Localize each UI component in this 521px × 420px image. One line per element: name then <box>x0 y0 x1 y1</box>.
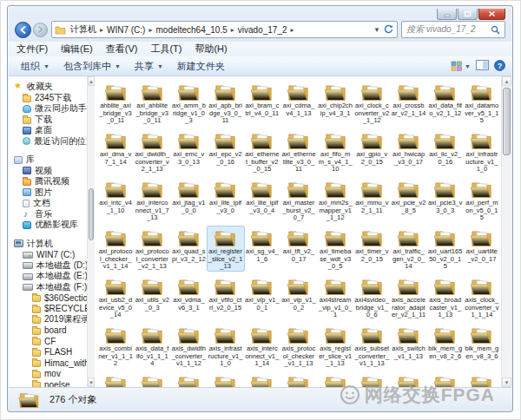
folder-item[interactable]: blk_mem_gen_v8_2_6 <box>427 324 464 360</box>
sidebar-item[interactable]: 本地磁盘 (F:) <box>12 282 87 293</box>
folder-item[interactable]: axi_cdma_v4_1_13 <box>280 81 317 117</box>
folder-item[interactable]: axi4svideo_bridge_v1_0_6 <box>353 275 390 319</box>
breadcrumb-separator-icon[interactable]: ▸ <box>290 26 295 34</box>
include-in-library-button[interactable]: 包含到库中 ▼ <box>57 58 127 75</box>
folder-item[interactable]: axis_combiner_v1_1_12 <box>97 324 134 368</box>
folder-item[interactable]: axi_vip_v1_0_2 <box>280 275 317 312</box>
folder-item[interactable]: axi_chip2chip_v4_3_1 <box>317 81 353 117</box>
folder-item[interactable]: axi_pcie3_v3_0_3 <box>427 178 464 214</box>
folder-item[interactable]: axis_infrastructure_v1_1_0 <box>208 324 244 368</box>
organize-button[interactable]: 组织 ▼ <box>15 58 56 75</box>
folder-item[interactable]: axi_vip_v1_0_1 <box>244 275 280 312</box>
sidebar-item[interactable]: board <box>12 325 87 337</box>
help-button[interactable]: ? <box>494 60 505 73</box>
search-icon[interactable] <box>491 25 500 35</box>
folder-item[interactable]: axi_ethernet_buffer_v2_0_15 <box>244 129 280 174</box>
folder-item[interactable]: axi_apb_bridge_v3_0_11 <box>208 81 244 125</box>
folder-item[interactable]: axi_clock_converter_v2_1_12 <box>353 81 390 125</box>
menu-item[interactable]: 文件(F) <box>16 43 48 56</box>
sidebar-item[interactable]: noelse <box>12 379 87 387</box>
folder-item[interactable]: axi_timer_v2_0_15 <box>353 226 390 263</box>
maximize-button[interactable] <box>458 9 478 20</box>
sidebar-item[interactable]: FLASH <box>12 347 87 358</box>
folder-item[interactable]: ahblite_axi_bridge_v3_0_11 <box>97 81 134 125</box>
sidebar-item[interactable]: 腾讯视频 <box>12 176 87 187</box>
minimize-button[interactable] <box>437 9 457 20</box>
folder-item[interactable]: axis_data_fifo_v1_1_14 <box>134 324 170 368</box>
folder-item[interactable]: bsip_v1_1_ <box>97 372 134 387</box>
menu-item[interactable]: 查看(V) <box>106 43 138 56</box>
folder-item[interactable]: axi_pcie_v2_8_5 <box>390 178 426 214</box>
folder-item[interactable]: blk_mem_gen_v8_3_6 <box>464 324 500 360</box>
folder-item[interactable]: axi_timebase_wdt_v3_0_5 <box>317 226 353 271</box>
folder-item[interactable]: axis_protocol_checker_v1_1_13 <box>280 324 317 368</box>
menu-item[interactable]: 帮助(H) <box>195 43 227 56</box>
sidebar-item[interactable]: CF <box>12 336 87 347</box>
sidebar-item[interactable]: 视频 <box>12 166 87 177</box>
folder-item[interactable]: axi4stream_vip_v1_0_1 <box>317 275 353 319</box>
folder-item[interactable]: axi_traffic_gen_v2_0_14 <box>390 226 426 271</box>
folder-item[interactable]: axi_register_slice_v2_1_13 <box>208 226 244 271</box>
search-box[interactable]: 搜索 vivado_17_2 <box>401 21 505 38</box>
folder-item[interactable]: c_compar <box>208 372 244 387</box>
folder-item[interactable]: axi_amm_bridge_v1_0_3 <box>170 81 207 125</box>
folder-item[interactable]: axi_datamover_v5_1_15 <box>464 81 500 125</box>
scroll-up-icon[interactable]: ▲ <box>88 76 95 86</box>
folder-item[interactable]: axi_vdma_v6_3_1 <box>170 275 207 312</box>
sidebar-item[interactable]: 图片 <box>12 187 87 199</box>
folder-item[interactable]: axi_utils_v2_0_3 <box>134 275 170 312</box>
breadcrumb-item[interactable]: modeltech64_10.5 <box>153 25 229 35</box>
sidebar-item[interactable]: 桌面 <box>12 125 87 136</box>
folder-item[interactable]: c_shift_ra <box>427 372 464 387</box>
folder-item[interactable]: axi_infrastructure_v1_1_0 <box>464 129 500 174</box>
sidebar-scrollbar[interactable]: ▲ ▼ <box>87 76 95 387</box>
folder-item[interactable]: axi_jtag_v1_0_0 <box>170 178 207 214</box>
folder-item[interactable]: can_v5_0_1 <box>464 372 500 387</box>
sidebar-item[interactable]: Himac_without_m <box>12 358 87 369</box>
folder-item[interactable]: axis_switch_v1_1_13 <box>390 324 426 360</box>
folder-item[interactable]: axis_subset_converter_v1_1_13 <box>353 324 390 368</box>
main-scroll-thumb[interactable] <box>503 88 511 155</box>
sidebar-item[interactable]: 微云同步助手 <box>12 103 87 115</box>
folder-item[interactable]: axi_crossbar_v2_1_14 <box>390 81 426 117</box>
folder-item[interactable]: axi_quad_spi_v3_2_12 <box>170 226 207 263</box>
folder-item[interactable]: axi_usb2_device_v5_0_14 <box>97 275 134 319</box>
sidebar-item[interactable]: 音乐 <box>12 209 87 220</box>
folder-item[interactable]: axi_hwicap_v3_0_17 <box>390 129 426 166</box>
folder-item[interactable]: axi_dwidth_converter_v2_1_13 <box>134 129 170 174</box>
folder-item[interactable]: axi_emc_v3_0_13 <box>170 129 207 166</box>
folder-item[interactable]: axis_clock_converter_v1_1_14 <box>464 275 500 319</box>
back-button[interactable] <box>15 22 31 38</box>
folder-item[interactable]: c_accum_v <box>134 372 170 387</box>
breadcrumb-item[interactable]: 计算机 <box>68 23 99 36</box>
close-button[interactable] <box>478 9 505 20</box>
folder-item[interactable]: c_ren_fd_v <box>390 372 426 387</box>
scroll-down-icon[interactable]: ▼ <box>88 377 95 387</box>
folder-item[interactable]: axi_tft_v2_0_17 <box>280 226 317 263</box>
sidebar-scroll-track[interactable] <box>88 86 95 377</box>
folder-item[interactable]: axi_uart16550_v2_0_15 <box>427 226 464 271</box>
folder-item[interactable]: axis_accelerator_adapter_v2_1_11 <box>390 275 426 319</box>
folder-item[interactable]: c_addsub_ <box>170 372 207 387</box>
folder-item[interactable]: axi_iic_v2_0_16 <box>427 129 464 166</box>
sidebar-item[interactable]: 下载 <box>12 115 87 126</box>
sidebar-item[interactable]: 优酷影视库 <box>12 220 87 231</box>
new-folder-button[interactable]: 新建文件夹 <box>171 58 231 75</box>
folder-item[interactable]: axi_sg_v4_1_6 <box>244 226 280 263</box>
sidebar-item[interactable]: 收藏夹 <box>12 82 87 93</box>
breadcrumb-item[interactable]: WIN7 (C:) <box>104 25 148 35</box>
main-scroll-track[interactable] <box>502 86 511 377</box>
breadcrumb-item[interactable]: vivado_17_2 <box>235 25 290 35</box>
folder-item[interactable]: axi_protocol_checker_v1_1_14 <box>97 226 134 271</box>
scroll-down-icon[interactable]: ▼ <box>502 377 511 387</box>
address-dropdown-icon[interactable]: ▼ <box>371 26 383 34</box>
folder-item[interactable]: axi_mmu_v2_1_11 <box>353 178 390 214</box>
folder-item[interactable]: c_gate_bit_ <box>280 372 317 387</box>
sidebar-item[interactable]: 本地磁盘 (D:) <box>12 260 87 272</box>
folder-item[interactable]: axi_uartlite_v2_0_17 <box>464 226 500 263</box>
sidebar-item[interactable]: $RECYCLE.BIN <box>12 304 87 315</box>
scroll-up-icon[interactable]: ▲ <box>502 76 511 86</box>
folder-item[interactable]: axi_gpio_v2_0_15 <box>353 129 390 166</box>
address-bar[interactable]: 计算机▸WIN7 (C:)▸modeltech64_10.5▸vivado_17… <box>51 21 398 38</box>
folder-item[interactable]: c_counter_ <box>244 372 280 387</box>
